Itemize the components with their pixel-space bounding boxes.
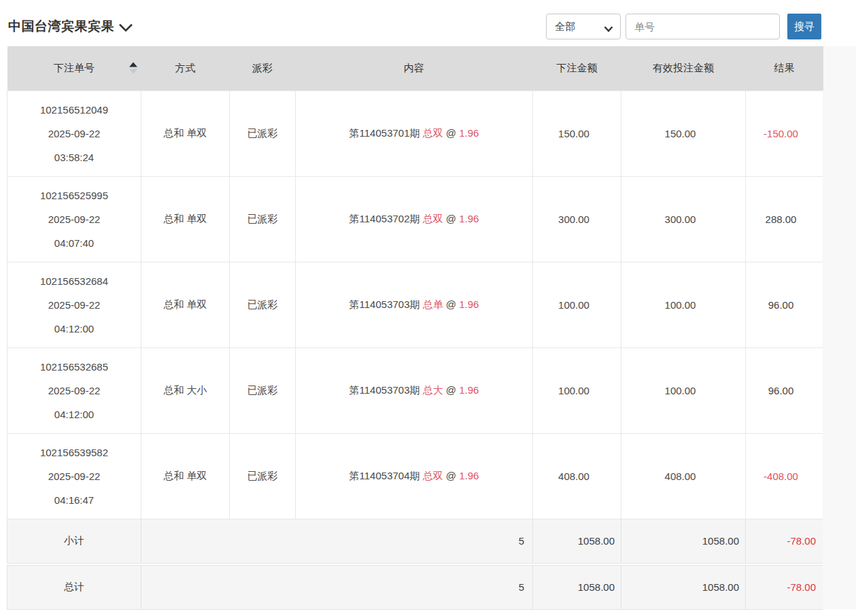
filter-select[interactable]: 全部 <box>546 14 621 39</box>
table-row: 102156532685 2025-09-22 04:12:00 总和 大小 已… <box>7 347 823 433</box>
pick-text: 总双 <box>423 213 443 224</box>
method-cell: 总和 单双 <box>141 433 230 519</box>
result-cell: -150.00 <box>746 90 823 176</box>
period-text: 第114053702期 <box>349 213 420 224</box>
period-text: 第114053701期 <box>349 127 420 139</box>
order-cell: 102156512049 2025-09-22 03:58:24 <box>7 90 141 176</box>
bet-amount-cell: 300.00 <box>533 176 621 262</box>
content-cell: 第114053702期 总双 @ 1.96 <box>296 176 533 262</box>
order-cell: 102156532685 2025-09-22 04:12:00 <box>7 347 141 433</box>
total-result: -78.00 <box>746 565 823 609</box>
subtotal-valid-amount: 1058.00 <box>621 519 746 563</box>
table-row: 102156539582 2025-09-22 04:16:47 总和 单双 已… <box>7 433 823 519</box>
at-sign: @ <box>446 213 456 224</box>
filter-select-value: 全部 <box>555 20 575 33</box>
valid-amount-cell: 150.00 <box>621 90 746 176</box>
col-header-order[interactable]: 下注单号 <box>7 46 141 90</box>
order-time: 04:12:00 <box>7 317 141 341</box>
odds-value: 1.96 <box>459 127 479 139</box>
sort-asc-icon[interactable] <box>129 63 137 67</box>
order-time: 04:12:00 <box>7 403 141 426</box>
subtotal-row: 小计 5 1058.00 1058.00 -78.00 <box>7 519 823 563</box>
order-number-input[interactable] <box>626 14 780 39</box>
payout-cell: 已派彩 <box>230 262 296 347</box>
result-cell: 96.00 <box>746 262 823 347</box>
pick-text: 总单 <box>423 298 443 310</box>
right-gutter <box>823 46 856 609</box>
order-id: 102156512049 <box>7 98 141 122</box>
total-count: 5 <box>141 565 533 609</box>
result-value: 96.00 <box>768 385 794 396</box>
content-cell: 第114053704期 总双 @ 1.96 <box>296 433 533 519</box>
total-label: 总计 <box>7 565 141 609</box>
search-controls: 全部 搜寻 <box>546 14 821 39</box>
game-title-dropdown[interactable]: 中国台湾宾果宾果 <box>8 18 133 35</box>
order-id: 102156532684 <box>7 269 141 293</box>
table-totals: 小计 5 1058.00 1058.00 -78.00 总计 5 1058.00… <box>7 519 823 609</box>
col-header-method: 方式 <box>141 46 230 90</box>
subtotal-label: 小计 <box>7 519 141 563</box>
at-sign: @ <box>446 470 456 481</box>
total-bet-amount: 1058.00 <box>533 565 621 609</box>
result-cell: 288.00 <box>746 176 823 262</box>
result-value: -408.00 <box>764 470 798 482</box>
subtotal-bet-amount: 1058.00 <box>533 519 621 563</box>
odds-value: 1.96 <box>459 384 479 396</box>
order-cell: 102156539582 2025-09-22 04:16:47 <box>7 433 141 519</box>
sort-desc-icon[interactable] <box>129 69 137 74</box>
pick-text: 总双 <box>423 127 443 139</box>
valid-amount-cell: 408.00 <box>621 433 746 519</box>
period-text: 第114053704期 <box>349 470 420 481</box>
col-header-result: 结果 <box>746 46 823 90</box>
order-cell: 102156532684 2025-09-22 04:12:00 <box>7 262 141 347</box>
result-value: 288.00 <box>766 213 797 225</box>
valid-amount-cell: 300.00 <box>621 176 746 262</box>
order-date: 2025-09-22 <box>7 207 141 231</box>
result-cell: 96.00 <box>746 347 823 433</box>
order-time: 04:16:47 <box>7 488 141 512</box>
payout-cell: 已派彩 <box>230 176 296 262</box>
order-date: 2025-09-22 <box>7 122 141 146</box>
period-text: 第114053703期 <box>349 298 420 310</box>
odds-value: 1.96 <box>459 213 479 224</box>
search-button[interactable]: 搜寻 <box>787 14 821 39</box>
order-time: 04:07:40 <box>7 231 141 255</box>
order-date: 2025-09-22 <box>7 293 141 317</box>
order-id: 102156539582 <box>7 441 141 464</box>
content-cell: 第114053703期 总单 @ 1.96 <box>296 262 533 347</box>
result-cell: -408.00 <box>746 433 823 519</box>
col-header-content: 内容 <box>296 46 533 90</box>
table-row: 102156525995 2025-09-22 04:07:40 总和 单双 已… <box>7 176 823 262</box>
period-text: 第114053703期 <box>349 384 420 396</box>
payout-cell: 已派彩 <box>230 90 296 176</box>
method-cell: 总和 单双 <box>141 90 230 176</box>
chevron-down-icon[interactable] <box>118 23 133 33</box>
at-sign: @ <box>446 298 456 310</box>
order-id: 102156532685 <box>7 355 141 379</box>
select-chevron-down-icon <box>604 23 613 35</box>
payout-cell: 已派彩 <box>230 347 296 433</box>
pick-text: 总双 <box>423 470 443 481</box>
subtotal-count: 5 <box>141 519 533 563</box>
bet-history-table: 下注单号 方式 派彩 内容 下注金额 有效投注金额 结果 10215651204… <box>7 46 823 610</box>
total-valid-amount: 1058.00 <box>621 565 746 609</box>
order-date: 2025-09-22 <box>7 464 141 488</box>
odds-value: 1.96 <box>459 470 479 481</box>
valid-amount-cell: 100.00 <box>621 347 746 433</box>
odds-value: 1.96 <box>459 298 479 310</box>
content-cell: 第114053701期 总双 @ 1.96 <box>296 90 533 176</box>
result-value: 96.00 <box>768 299 794 311</box>
subtotal-result: -78.00 <box>746 519 823 563</box>
order-date: 2025-09-22 <box>7 379 141 403</box>
at-sign: @ <box>446 127 456 139</box>
payout-cell: 已派彩 <box>230 433 296 519</box>
bet-amount-cell: 408.00 <box>533 433 621 519</box>
bet-amount-cell: 100.00 <box>533 262 621 347</box>
result-value: -150.00 <box>764 128 798 139</box>
bet-amount-cell: 100.00 <box>533 347 621 433</box>
content-cell: 第114053703期 总大 @ 1.96 <box>296 347 533 433</box>
table-row: 102156532684 2025-09-22 04:12:00 总和 单双 已… <box>7 262 823 347</box>
page-title: 中国台湾宾果宾果 <box>8 18 114 35</box>
pick-text: 总大 <box>423 384 443 396</box>
sort-control[interactable] <box>129 63 137 74</box>
